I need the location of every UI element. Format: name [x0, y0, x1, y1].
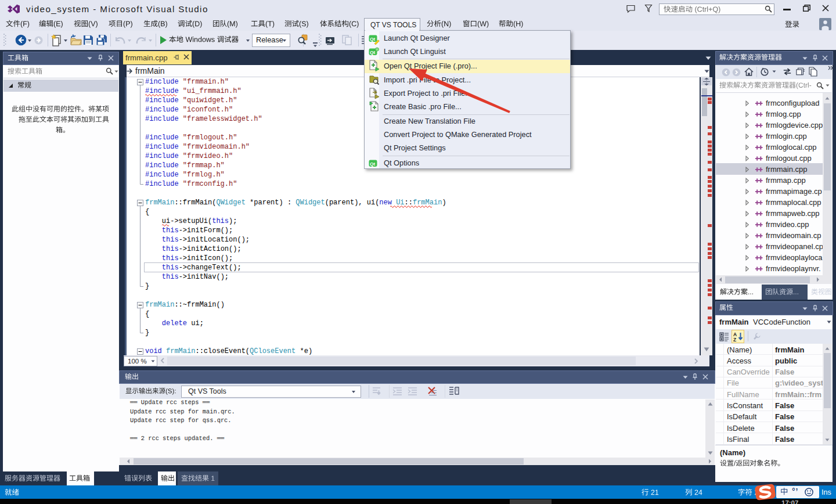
svg-text:Qt: Qt — [370, 50, 375, 55]
svg-text:Z: Z — [733, 337, 736, 343]
svg-text:Qt: Qt — [370, 37, 375, 42]
svg-text:Qt: Qt — [370, 161, 375, 167]
